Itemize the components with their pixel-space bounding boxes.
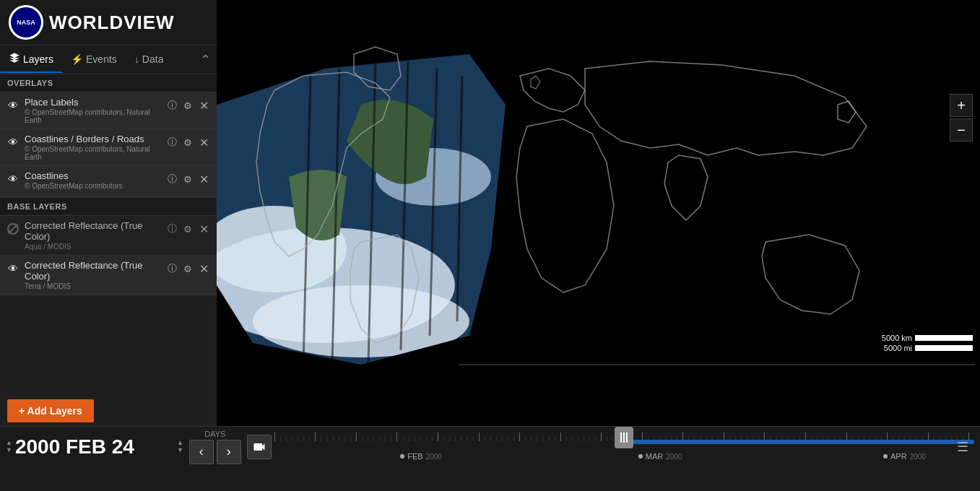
date-back-year-button[interactable]: ▲ [6,440,12,446]
layer-source-terra: Terra / MODIS [25,282,160,290]
layer-visibility-toggle-place-labels[interactable]: 👁 [6,98,20,113]
layer-name-terra: Corrected Reflectance (True Color) [25,260,160,282]
timeline-month-mar: MAR 2000 [638,452,682,461]
prev-day-button[interactable]: ‹ [189,440,214,464]
layer-info-btn-place-labels[interactable]: ⓘ [165,98,179,113]
layer-info-aqua: Corrected Reflectance (True Color) Aqua … [25,220,160,251]
scale-bar: 5000 km 5000 mi [882,334,973,354]
layer-settings-btn-coastlines-borders-roads[interactable]: ⚙ [181,135,195,149]
layer-remove-btn-coastlines[interactable]: ✕ [196,172,211,186]
timeline-month-mar-label: MAR [646,452,663,461]
tab-events[interactable]: ⚡ Events [62,48,126,72]
world-map [217,0,980,426]
layer-info-terra: Corrected Reflectance (True Color) Terra… [25,260,160,290]
app-title: WorldView [49,12,175,34]
layer-name-aqua: Corrected Reflectance (True Color) [25,220,160,242]
layer-source-place-labels: © OpenStreetMap contributors, Natural Ea… [25,108,160,124]
layer-actions-coastlines: ⓘ ⚙ ✕ [165,172,211,186]
base-layers-section-header: BASE LAYERS [0,198,217,216]
layer-settings-btn-aqua[interactable]: ⚙ [181,222,195,236]
layer-info-coastlines: Coastlines © OpenStreetMap contributors [25,170,160,190]
layer-visibility-toggle-terra[interactable]: 👁 [6,261,20,276]
timeline: ▲ ▼ 2000 FEB 24 ▲ ▼ DAYS ‹ › [0,426,980,491]
add-layers-button[interactable]: + Add Layers [7,399,94,422]
sidebar-content: OVERLAYS 👁 Place Labels © OpenStreetMap … [0,74,217,426]
timeline-month-apr: APR 2000 [883,452,926,461]
layer-source-coastlines-borders-roads: © OpenStreetMap contributors, Natural Ea… [25,145,160,161]
eye-icon-coastlines-borders-roads: 👁 [8,136,18,148]
timeline-month-feb-label: FEB [407,452,422,461]
layer-source-aqua: Aqua / MODIS [25,243,160,251]
data-tab-icon: ↓ [134,53,139,65]
layer-settings-btn-place-labels[interactable]: ⚙ [181,98,195,113]
layer-info-coastlines-borders-roads: Coastlines / Borders / Roads © OpenStree… [25,134,160,161]
app-header: WorldView [0,0,217,45]
date-forward-year-button[interactable]: ▲ [177,440,183,446]
layer-actions-terra: ⓘ ⚙ ✕ [165,261,211,276]
days-label: DAYS [204,430,225,438]
layer-info-btn-terra[interactable]: ⓘ [165,261,179,276]
tab-data[interactable]: ↓ Data [126,48,173,72]
next-day-button[interactable]: › [217,440,241,464]
date-nav-left: ▲ ▼ [6,440,12,453]
timeline-playhead[interactable] [615,427,633,448]
map-area[interactable]: + − 5000 km 5000 mi [217,0,980,426]
layer-item-corrected-reflectance-aqua: Corrected Reflectance (True Color) Aqua … [0,216,217,256]
eye-disabled-icon-aqua [7,223,19,235]
animation-button[interactable] [247,435,272,459]
layer-remove-btn-coastlines-borders-roads[interactable]: ✕ [196,135,211,149]
layer-item-place-labels: 👁 Place Labels © OpenStreetMap contribut… [0,92,217,129]
date-back-day-button[interactable]: ▼ [6,447,12,453]
layer-settings-btn-coastlines[interactable]: ⚙ [181,172,195,186]
scale-ruler-mi [915,345,973,351]
layer-settings-btn-terra[interactable]: ⚙ [181,261,195,276]
layer-visibility-toggle-coastlines-borders-roads[interactable]: 👁 [6,135,20,149]
timeline-year-apr-label: 2000 [910,453,926,461]
timeline-progress-bar [631,440,974,444]
zoom-out-button[interactable]: − [950,118,973,142]
layer-remove-btn-place-labels[interactable]: ✕ [196,98,211,113]
eye-icon-terra: 👁 [8,263,18,274]
layer-remove-btn-aqua[interactable]: ✕ [196,222,211,236]
layer-source-coastlines: © OpenStreetMap contributors [25,182,160,190]
timeline-month-apr-label: APR [890,452,907,461]
zoom-in-button[interactable]: + [950,94,973,117]
scale-mi-label: 5000 mi [884,344,912,352]
layer-name-place-labels: Place Labels [25,97,160,108]
scale-km-label: 5000 km [882,334,912,342]
layer-visibility-toggle-aqua[interactable] [6,222,20,236]
layer-info-place-labels: Place Labels © OpenStreetMap contributor… [25,97,160,124]
tab-layers-label: Layers [23,53,53,65]
scale-ruler-km [915,335,973,341]
layer-remove-btn-terra[interactable]: ✕ [196,261,211,276]
timeline-track-area[interactable]: FEB 2000 MAR 2000 APR 2000 ☰ [274,427,974,466]
nasa-logo [9,5,43,40]
layer-info-btn-aqua[interactable]: ⓘ [165,222,179,236]
tab-layers[interactable]: Layers [0,46,62,73]
timeline-month-feb: FEB 2000 [400,452,442,461]
eye-icon-place-labels: 👁 [8,100,18,111]
layer-actions-coastlines-borders-roads: ⓘ ⚙ ✕ [165,135,211,149]
events-tab-icon: ⚡ [71,53,83,65]
timeline-year-feb-label: 2000 [426,453,442,461]
date-nav-right: ▲ ▼ [177,440,183,453]
eye-icon-coastlines: 👁 [8,173,18,185]
tab-data-label: Data [142,53,164,65]
layer-name-coastlines: Coastlines [25,170,160,181]
layer-info-btn-coastlines[interactable]: ⓘ [165,172,179,186]
date-forward-day-button[interactable]: ▼ [177,447,183,453]
playhead-icon [620,433,628,443]
layer-actions-place-labels: ⓘ ⚙ ✕ [165,98,211,113]
layer-info-btn-coastlines-borders-roads[interactable]: ⓘ [165,135,179,149]
timeline-menu-button[interactable]: ☰ [957,439,968,455]
date-display: 2000 FEB 24 [15,435,174,459]
layer-item-coastlines: 👁 Coastlines © OpenStreetMap contributor… [0,166,217,198]
layer-visibility-toggle-coastlines[interactable]: 👁 [6,172,20,186]
timeline-year-mar-label: 2000 [666,453,682,461]
layer-name-coastlines-borders-roads: Coastlines / Borders / Roads [25,134,160,144]
layers-tab-icon [9,52,20,66]
layer-item-coastlines-borders-roads: 👁 Coastlines / Borders / Roads © OpenStr… [0,129,217,166]
timeline-controls: ▲ ▼ 2000 FEB 24 ▲ ▼ DAYS ‹ › [0,427,980,466]
collapse-sidebar-button[interactable]: ⌃ [200,52,217,68]
layer-item-corrected-reflectance-terra: 👁 Corrected Reflectance (True Color) Ter… [0,256,217,295]
